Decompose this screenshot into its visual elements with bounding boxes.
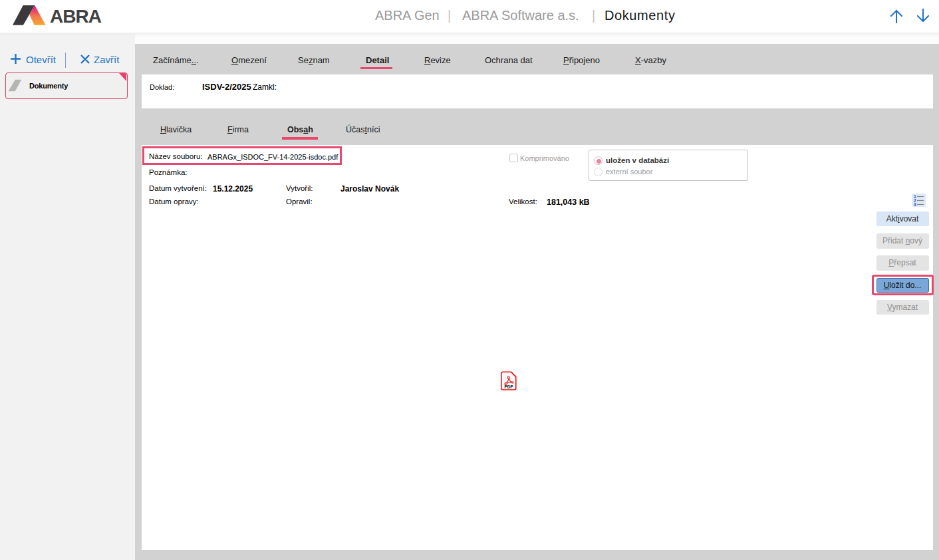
svg-text:3: 3 — [914, 202, 916, 207]
svg-text:PDF: PDF — [505, 384, 513, 389]
